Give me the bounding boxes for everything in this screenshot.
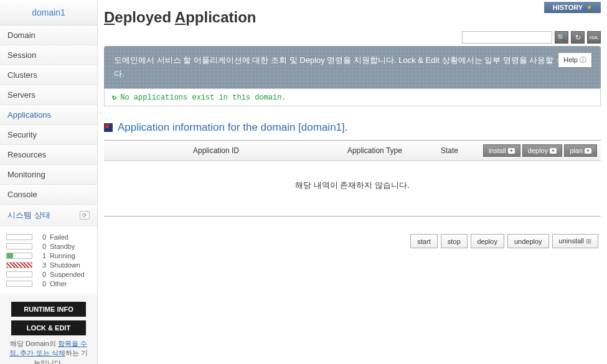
status-bar-suspended bbox=[6, 271, 32, 278]
undeploy-button[interactable]: undeploy bbox=[507, 234, 549, 248]
install-button[interactable]: install✦ bbox=[483, 144, 520, 157]
runtime-info-button[interactable]: RUNTIME INFO bbox=[11, 302, 86, 317]
status-reload-icon: ↻ bbox=[112, 93, 116, 102]
status-other: 0 Other bbox=[6, 280, 91, 287]
nav-security[interactable]: Security bbox=[0, 125, 97, 145]
col-application-id: Application ID bbox=[104, 146, 328, 155]
nav-applications[interactable]: Applications bbox=[0, 105, 97, 125]
section-icon bbox=[104, 123, 113, 132]
nav-servers[interactable]: Servers bbox=[0, 85, 97, 105]
applications-table: Application ID Application Type State in… bbox=[104, 140, 601, 217]
nav-console[interactable]: Console bbox=[0, 185, 97, 205]
bottom-actions: start stop deploy undeploy uninstall bbox=[104, 234, 601, 248]
domain-header[interactable]: domain1 bbox=[0, 0, 97, 26]
empty-state: 해당 내역이 존재하지 않습니다. bbox=[104, 161, 601, 216]
chevron-down-icon: ▼ bbox=[586, 4, 592, 11]
help-button[interactable]: Help bbox=[558, 52, 592, 68]
status-message: ↻ No applications exist in this domain. bbox=[104, 88, 601, 106]
status-suspended: 0 Suspended bbox=[6, 271, 91, 278]
plus-icon: ✦ bbox=[550, 148, 557, 154]
status-running: 1 Running bbox=[6, 252, 91, 259]
deploy-button[interactable]: deploy✦ bbox=[522, 144, 562, 157]
status-list: 0 Failed 0 Standby 1 Running 3 Shutdown … bbox=[0, 226, 97, 294]
lock-edit-button[interactable]: LOCK & EDIT bbox=[11, 320, 86, 335]
status-failed: 0 Failed bbox=[6, 233, 91, 241]
status-bar-failed bbox=[6, 234, 32, 240]
status-standby: 0 Standby bbox=[6, 243, 91, 250]
uninstall-button[interactable]: uninstall bbox=[552, 234, 598, 248]
col-state: State bbox=[421, 146, 478, 155]
plus-icon: ✦ bbox=[508, 148, 515, 154]
history-button[interactable]: HISTORY ▼ bbox=[544, 2, 601, 13]
page-title: Deployed Application bbox=[104, 0, 601, 31]
status-bar-standby bbox=[6, 243, 32, 250]
sidebar-description: 해당 Domain의 항목을 수정, 추가 또는 삭제하는 기능입니다. bbox=[7, 339, 90, 364]
nav-domain[interactable]: Domain bbox=[0, 26, 97, 45]
system-status-label: 시스템 상태 bbox=[7, 210, 50, 221]
col-application-type: Application Type bbox=[328, 146, 421, 155]
plan-button[interactable]: plan✦ bbox=[564, 144, 597, 157]
info-banner: 도메인에서 서비스 할 어플리케이션에 대한 조회 및 Deploy 명령을 지… bbox=[104, 46, 601, 88]
status-bar-other bbox=[6, 281, 32, 287]
search-input[interactable] bbox=[462, 31, 552, 44]
refresh-icon[interactable]: ⟳ bbox=[80, 211, 90, 220]
table-header: Application ID Application Type State in… bbox=[104, 141, 601, 161]
nav-session[interactable]: Session bbox=[0, 45, 97, 65]
search-icon[interactable]: 🔍 bbox=[555, 31, 568, 44]
nav-resources[interactable]: Resources bbox=[0, 145, 97, 165]
sidebar: domain1 Domain Session Clusters Servers … bbox=[0, 0, 98, 364]
nav-clusters[interactable]: Clusters bbox=[0, 65, 97, 85]
sidebar-buttons: RUNTIME INFO LOCK & EDIT 해당 Domain의 항목을 … bbox=[0, 294, 97, 364]
nav-monitoring[interactable]: Monitoring bbox=[0, 165, 97, 185]
section-title: Application information for the domain [… bbox=[104, 121, 601, 134]
stop-button[interactable]: stop bbox=[441, 234, 468, 248]
plus-icon: ✦ bbox=[585, 148, 591, 154]
main: HISTORY ▼ Deployed Application 🔍 ↻ XML 도… bbox=[98, 0, 607, 364]
col-actions: install✦ deploy✦ plan✦ bbox=[478, 144, 601, 157]
start-button[interactable]: start bbox=[410, 234, 437, 248]
status-bar-running bbox=[6, 253, 32, 259]
deploy-bottom-button[interactable]: deploy bbox=[471, 234, 504, 248]
status-shutdown: 3 Shutdown bbox=[6, 261, 91, 269]
system-status-header: 시스템 상태 ⟳ bbox=[0, 205, 97, 226]
xml-export-icon[interactable]: XML bbox=[587, 31, 601, 44]
status-bar-shutdown bbox=[6, 262, 32, 268]
banner-text: 도메인에서 서비스 할 어플리케이션에 대한 조회 및 Deploy 명령을 지… bbox=[114, 55, 591, 78]
toolbar: 🔍 ↻ XML bbox=[104, 31, 601, 44]
refresh-toolbar-icon[interactable]: ↻ bbox=[571, 31, 585, 44]
